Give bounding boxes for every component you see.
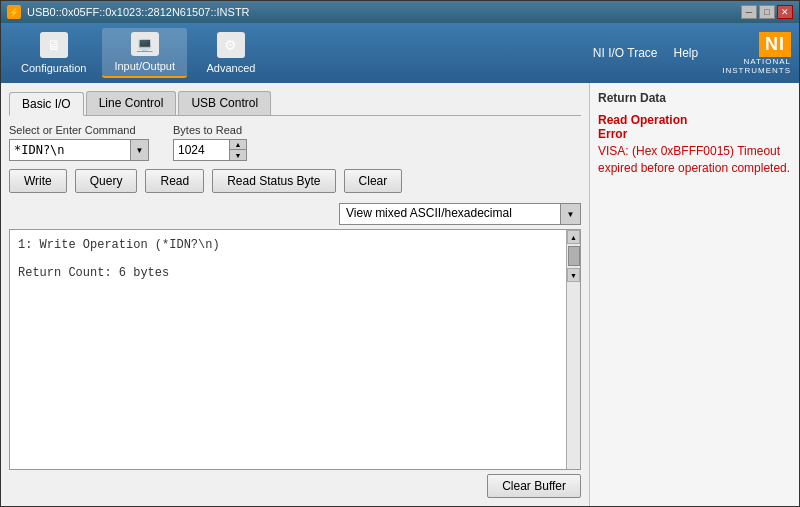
bytes-group: Bytes to Read ▲ ▼ (173, 124, 247, 161)
bytes-spinner-arrows: ▲ ▼ (229, 140, 246, 160)
minimize-button[interactable]: ─ (741, 5, 757, 19)
command-input[interactable] (10, 140, 130, 160)
write-button[interactable]: Write (9, 169, 67, 193)
bytes-decrement[interactable]: ▼ (230, 150, 246, 160)
maximize-button[interactable]: □ (759, 5, 775, 19)
window-controls: ─ □ ✕ (741, 5, 793, 19)
output-text: 1: Write Operation (*IDN?\n) Return Coun… (10, 230, 566, 469)
toolbar-advanced-label: Advanced (207, 62, 256, 74)
command-group: Select or Enter Command ▼ (9, 124, 149, 161)
main-window: ⚡ USB0::0x05FF::0x1023::2812N61507::INST… (0, 0, 800, 507)
output-scrollbar[interactable]: ▲ ▼ (566, 230, 580, 469)
toolbar-configuration-label: Configuration (21, 62, 86, 74)
view-select[interactable]: View mixed ASCII/hexadecimal ▼ (339, 203, 581, 225)
view-dropdown-row: View mixed ASCII/hexadecimal ▼ (9, 203, 581, 225)
ni-logo-text: NATIONALINSTRUMENTS (722, 57, 791, 75)
toolbar-input-output-label: Input/Output (114, 60, 175, 72)
main-panel: Basic I/O Line Control USB Control Selec… (1, 83, 589, 506)
bytes-spinner[interactable]: ▲ ▼ (173, 139, 247, 161)
clear-buffer-button[interactable]: Clear Buffer (487, 474, 581, 498)
bytes-increment[interactable]: ▲ (230, 140, 246, 150)
command-select[interactable]: ▼ (9, 139, 149, 161)
ni-logo-abbr: NI (759, 32, 791, 57)
scroll-down-button[interactable]: ▼ (567, 268, 580, 282)
title-bar-text: ⚡ USB0::0x05FF::0x1023::2812N61507::INST… (7, 5, 250, 19)
command-label: Select or Enter Command (9, 124, 149, 136)
help-link[interactable]: Help (674, 46, 699, 60)
toolbar-advanced[interactable]: ⚙ Advanced (191, 28, 271, 78)
toolbar: 🖥 Configuration 💻 Input/Output ⚙ Advance… (1, 23, 799, 83)
tab-basic-io[interactable]: Basic I/O (9, 92, 84, 116)
error-body: VISA: (Hex 0xBFFF0015) Timeoutexpired be… (598, 143, 791, 177)
return-data-title: Return Data (598, 91, 791, 105)
scroll-thumb[interactable] (568, 246, 580, 266)
view-select-label: View mixed ASCII/hexadecimal (340, 204, 560, 224)
output-container: 1: Write Operation (*IDN?\n) Return Coun… (9, 229, 581, 470)
bytes-input[interactable] (174, 140, 229, 160)
ni-logo: NI NATIONALINSTRUMENTS (722, 32, 791, 75)
toolbar-input-output[interactable]: 💻 Input/Output (102, 28, 187, 78)
advanced-icon: ⚙ (217, 32, 245, 58)
scroll-up-button[interactable]: ▲ (567, 230, 580, 244)
ni-io-trace-link[interactable]: NI I/O Trace (593, 46, 658, 60)
close-button[interactable]: ✕ (777, 5, 793, 19)
read-status-byte-button[interactable]: Read Status Byte (212, 169, 335, 193)
right-panel: Return Data Read OperationError VISA: (H… (589, 83, 799, 506)
read-button[interactable]: Read (145, 169, 204, 193)
toolbar-configuration[interactable]: 🖥 Configuration (9, 28, 98, 78)
action-buttons: Write Query Read Read Status Byte Clear (9, 169, 581, 193)
input-output-icon: 💻 (131, 32, 159, 56)
content-area: Basic I/O Line Control USB Control Selec… (1, 83, 799, 506)
command-dropdown-arrow[interactable]: ▼ (130, 140, 148, 160)
toolbar-right: NI I/O Trace Help NI NATIONALINSTRUMENTS (593, 32, 791, 75)
title-bar: ⚡ USB0::0x05FF::0x1023::2812N61507::INST… (1, 1, 799, 23)
tab-line-control[interactable]: Line Control (86, 91, 177, 115)
view-select-arrow[interactable]: ▼ (560, 204, 580, 224)
bytes-label: Bytes to Read (173, 124, 247, 136)
query-button[interactable]: Query (75, 169, 138, 193)
app-icon: ⚡ (7, 5, 21, 19)
tab-bar: Basic I/O Line Control USB Control (9, 91, 581, 116)
clear-buffer-row: Clear Buffer (9, 474, 581, 498)
tab-usb-control[interactable]: USB Control (178, 91, 271, 115)
configuration-icon: 🖥 (40, 32, 68, 58)
form-row: Select or Enter Command ▼ Bytes to Read … (9, 124, 581, 161)
clear-button[interactable]: Clear (344, 169, 403, 193)
window-title: USB0::0x05FF::0x1023::2812N61507::INSTR (27, 6, 250, 18)
error-title: Read OperationError (598, 113, 791, 141)
